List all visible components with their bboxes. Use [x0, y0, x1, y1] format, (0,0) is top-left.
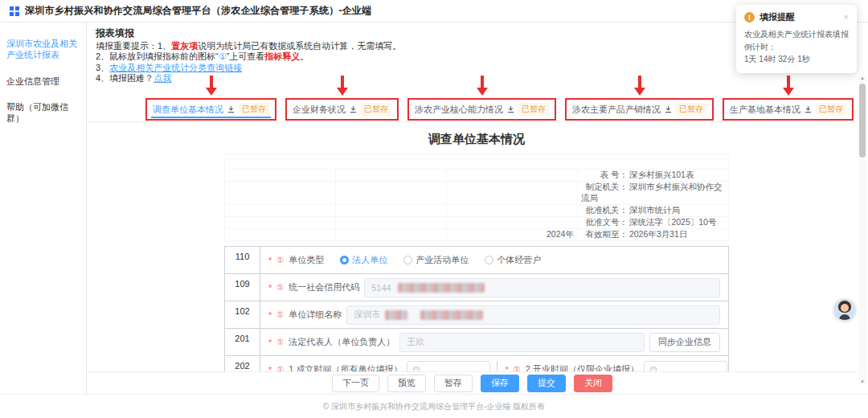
- form-title: 调查单位基本情况: [224, 127, 729, 154]
- app-window: 深圳市乡村振兴和协作交流局综合管理平台（涉农企业综合管理子系统）-企业端 操作手…: [0, 0, 868, 418]
- annotation-arrow-icon: [206, 76, 217, 96]
- vertical-scrollbar[interactable]: ▲ ▼: [858, 76, 866, 384]
- reminder-popup: ! 填报提醒 × 农业及相关产业统计报表填报倒计时： 1天 14时 32分 1秒: [736, 5, 857, 73]
- radio-legal-entity[interactable]: 法人单位: [340, 254, 387, 266]
- radio-icon[interactable]: [485, 256, 493, 264]
- scroll-down-arrow-icon[interactable]: ▼: [858, 379, 866, 384]
- saved-badge: 已暂存: [518, 103, 549, 116]
- download-icon[interactable]: [350, 106, 357, 113]
- tab-agri-product-sales[interactable]: 涉农主要产品产销情况 已暂存: [565, 98, 714, 121]
- form-row-unit-name: 102 *① 单位详细名称: [225, 301, 728, 329]
- annotation-arrow-icon: [337, 76, 348, 96]
- redacted-blur: [385, 310, 407, 320]
- tab-enterprise-finance[interactable]: 企业财务状况 已暂存: [285, 98, 399, 121]
- opening-date-field[interactable]: [644, 361, 727, 372]
- scroll-up-arrow-icon[interactable]: ▲: [858, 76, 866, 80]
- info-circle-icon[interactable]: ①: [276, 256, 284, 264]
- temp-save-button[interactable]: 暂存: [434, 375, 473, 392]
- reminder-countdown: 1天 14时 32分 1秒: [744, 53, 849, 66]
- info-circle-icon[interactable]: ①: [276, 283, 284, 292]
- redacted-blur: [398, 283, 485, 293]
- meta-approving-agency: 批准机关：深圳市统计局: [577, 205, 728, 217]
- scrollbar-thumb[interactable]: [859, 84, 866, 158]
- close-icon[interactable]: ×: [844, 13, 849, 22]
- saved-badge: 已暂存: [239, 103, 269, 116]
- download-icon[interactable]: [665, 106, 672, 113]
- annotation-arrow-icon: [783, 76, 794, 96]
- reminder-text: 农业及相关产业统计报表填报倒计时：: [744, 28, 849, 53]
- annotation-arrow-icon: [477, 76, 488, 96]
- tab-survey-unit-basic[interactable]: 调查单位基本情况 已暂存: [145, 98, 276, 121]
- calendar-icon: [649, 366, 657, 372]
- preview-button[interactable]: 预览: [387, 375, 426, 392]
- saved-badge: 已暂存: [361, 103, 391, 116]
- required-asterisk: *: [268, 365, 272, 372]
- meta-issuing-agency: 制定机关：深圳市乡村振兴和协作交流局: [577, 182, 728, 205]
- form-meta-table: 表 号：深乡村振兴101表 制定机关：深圳市乡村振兴和协作交流局 批准机关：深圳…: [224, 158, 729, 241]
- platform-logo-icon: [10, 6, 19, 16]
- annotation-arrow-icon: [634, 76, 645, 96]
- required-asterisk: *: [268, 310, 272, 320]
- form-row-unit-type: 110 *① 单位类型 法人单位 产业活动单位 个体经营户: [225, 247, 728, 274]
- radio-individual-business[interactable]: 个体经营户: [485, 254, 541, 266]
- meta-valid-until: 有效期至：2026年3月31日: [577, 229, 728, 241]
- tab-production-base[interactable]: 生产基地基本情况 已暂存: [723, 98, 854, 121]
- report-tabs: 调查单位基本情况 已暂存 企业财务状况 已暂存 涉农产业核心能力情况: [145, 76, 854, 121]
- saved-badge: 已暂存: [676, 103, 706, 116]
- establish-date-field[interactable]: [407, 361, 490, 372]
- info-circle-icon: ①: [219, 51, 227, 61]
- instructions-title: 报表填报: [96, 28, 401, 39]
- form-row-dates: 202 *① 1 成立时间（所有单位填报） *① 2 开业时间（仅限企业填报）: [225, 356, 728, 371]
- instruction-line-3: 3、农业及相关产业统计分类查询链接: [96, 63, 401, 74]
- radio-icon[interactable]: [403, 256, 412, 264]
- report-year: 2024年: [446, 229, 577, 241]
- reminder-title: 填报提醒: [760, 11, 844, 23]
- saved-badge: 已暂存: [816, 103, 846, 116]
- radio-icon[interactable]: [340, 256, 349, 264]
- form-row-credit-code: 109 *① 统一社会信用代码: [225, 274, 728, 301]
- required-asterisk: *: [268, 338, 272, 347]
- instruction-line-1: 填报重要提示：1、置灰项说明为统计局已有数据或系统自动计算，无需填写。: [96, 41, 401, 52]
- form-row-legal-representative: 201 *① 法定代表人（单位负责人） 同步企业信息: [225, 329, 728, 356]
- legal-representative-field[interactable]: [399, 333, 645, 352]
- copyright-text: © 深圳市乡村振兴和协作交流局综合管理平台-企业端 版权所有: [323, 401, 545, 412]
- required-asterisk: *: [506, 365, 509, 372]
- required-asterisk: *: [268, 256, 272, 265]
- sidebar-item-enterprise-info[interactable]: 企业信息管理: [0, 68, 86, 94]
- sidebar-item-help[interactable]: 帮助（可加微信群）: [0, 94, 86, 132]
- form-action-bar: 下一页 预览 暂存 保存 提交 关闭: [88, 371, 857, 394]
- tab-agri-core-capability[interactable]: 涉农产业核心能力情况 已暂存: [407, 98, 556, 121]
- save-button[interactable]: 保存: [481, 375, 519, 392]
- required-asterisk: *: [268, 283, 272, 293]
- download-icon[interactable]: [805, 106, 812, 113]
- avatar-face: [841, 304, 849, 312]
- main-content: 报表填报 填报重要提示：1、置灰项说明为统计局已有数据或系统自动计算，无需填写。…: [88, 23, 868, 418]
- sync-enterprise-info-button[interactable]: 同步企业信息: [649, 333, 720, 352]
- avatar-body: [839, 314, 850, 320]
- redacted-blur: [420, 310, 483, 320]
- info-circle-icon[interactable]: ①: [276, 365, 284, 371]
- sidebar-item-statistics-report[interactable]: 深圳市农业及相关产业统计报表: [0, 31, 86, 68]
- page-footer: © 深圳市乡村振兴和协作交流局综合管理平台-企业端 版权所有: [0, 394, 868, 418]
- info-circle-icon[interactable]: ①: [276, 338, 284, 346]
- radio-industrial-activity-unit[interactable]: 产业活动单位: [403, 254, 469, 266]
- info-circle-icon[interactable]: ①: [276, 310, 284, 319]
- download-icon[interactable]: [227, 106, 235, 113]
- meta-approval-doc: 批准文号：深统法字〔2025〕10号: [577, 217, 728, 229]
- tabs-divider: [88, 121, 857, 122]
- calendar-icon: [412, 366, 420, 372]
- sidebar: 深圳市农业及相关产业统计报表 企业信息管理 帮助（可加微信群）: [0, 23, 87, 394]
- divider: [224, 154, 729, 154]
- app-title: 深圳市乡村振兴和协作交流局综合管理平台（涉农企业综合管理子系统）-企业端: [25, 4, 371, 18]
- next-page-button[interactable]: 下一页: [332, 375, 379, 392]
- close-button[interactable]: 关闭: [574, 375, 612, 392]
- warning-icon: !: [744, 12, 755, 23]
- submit-button[interactable]: 提交: [527, 375, 566, 392]
- download-icon[interactable]: [507, 106, 514, 113]
- form-fields-table: 110 *① 单位类型 法人单位 产业活动单位 个体经营户 109 *① 统一社…: [224, 246, 729, 371]
- classification-query-link[interactable]: 农业及相关产业统计分类查询链接: [109, 63, 242, 72]
- meta-form-number: 表 号：深乡村振兴101表: [577, 170, 728, 182]
- assistant-avatar[interactable]: [834, 299, 855, 320]
- info-circle-icon[interactable]: ①: [514, 365, 521, 371]
- instruction-line-2: 2、鼠标放到填报指标前的图标“①”上可查看指标释义。: [96, 51, 401, 63]
